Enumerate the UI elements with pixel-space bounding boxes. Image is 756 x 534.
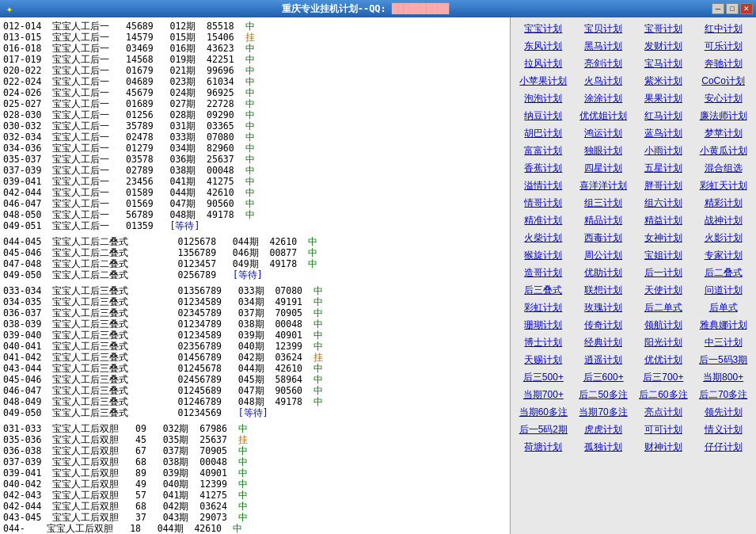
plan-button[interactable]: 问道计划 <box>693 282 753 299</box>
plan-button[interactable]: 情义计划 <box>693 421 753 438</box>
plan-button[interactable]: 亮点计划 <box>634 404 693 421</box>
plan-button[interactable]: 四星计划 <box>574 160 633 177</box>
plan-button[interactable]: 组三计划 <box>574 195 633 212</box>
plan-button[interactable]: 五星计划 <box>634 160 693 177</box>
plan-button[interactable]: 当期800+ <box>693 369 753 386</box>
plan-button[interactable]: 奔驰计划 <box>693 55 753 72</box>
plan-button[interactable]: 可可计划 <box>634 421 693 438</box>
plan-button[interactable]: 红中计划 <box>693 21 753 37</box>
plan-button[interactable]: 后二60多注 <box>634 387 693 403</box>
plan-button[interactable]: 后三500+ <box>514 369 573 386</box>
plan-button[interactable]: 梦苹计划 <box>693 125 753 142</box>
plan-button[interactable]: 财神计划 <box>634 439 693 456</box>
plan-button[interactable]: 造哥计划 <box>514 265 573 281</box>
plan-button[interactable]: 富富计划 <box>514 143 573 159</box>
minimize-button[interactable]: ─ <box>712 3 724 14</box>
plan-button[interactable]: 优助计划 <box>574 265 633 281</box>
plan-button[interactable]: 火影计划 <box>693 230 753 246</box>
plan-button[interactable]: 荷塘计划 <box>514 439 573 456</box>
plan-button[interactable]: 孤独计划 <box>574 439 633 456</box>
plan-button[interactable]: 后二叠式 <box>693 265 753 281</box>
plan-button[interactable]: 天使计划 <box>634 282 693 299</box>
plan-button[interactable]: 小雨计划 <box>634 143 693 159</box>
plan-button[interactable]: 火鸟计划 <box>574 73 633 90</box>
plan-button[interactable]: 紫米计划 <box>634 73 693 90</box>
plan-button[interactable]: 天赐计划 <box>514 352 573 368</box>
plan-button[interactable]: 女神计划 <box>634 230 693 246</box>
plan-button[interactable]: 宝宝计划 <box>514 21 573 37</box>
plan-button[interactable]: 香蕉计划 <box>514 160 573 177</box>
plan-button[interactable]: 博士计划 <box>514 334 573 351</box>
plan-button[interactable]: 专家计划 <box>693 247 753 264</box>
plan-button[interactable]: 蓝鸟计划 <box>634 125 693 142</box>
plan-button[interactable]: 周公计划 <box>574 247 633 264</box>
plan-button[interactable]: 中三计划 <box>693 334 753 351</box>
plan-button[interactable]: 混合组选 <box>693 160 753 177</box>
plan-button[interactable]: 红马计划 <box>634 108 693 124</box>
plan-button[interactable]: 宝姐计划 <box>634 247 693 264</box>
plan-button[interactable]: 小苹果计划 <box>514 73 573 90</box>
plan-button[interactable]: 后三叠式 <box>514 282 573 299</box>
plan-button[interactable]: 宝哥计划 <box>634 21 693 37</box>
plan-button[interactable]: 廉法师计划 <box>693 108 753 124</box>
plan-button[interactable]: 领先计划 <box>693 404 753 421</box>
plan-button[interactable]: 当期70多注 <box>574 404 633 421</box>
plan-button[interactable]: 后二单式 <box>634 299 693 316</box>
plan-button[interactable]: 联想计划 <box>574 282 633 299</box>
plan-button[interactable]: 泡泡计划 <box>514 90 573 107</box>
plan-button[interactable]: 后三600+ <box>574 369 633 386</box>
plan-button[interactable]: 后二70多注 <box>693 387 753 403</box>
plan-button[interactable]: 西毒计划 <box>574 230 633 246</box>
plan-button[interactable]: 火柴计划 <box>514 230 573 246</box>
plan-button[interactable]: 后一计划 <box>634 265 693 281</box>
plan-button[interactable]: CoCo计划 <box>693 73 753 90</box>
plan-button[interactable]: 涂涂计划 <box>574 90 633 107</box>
plan-button[interactable]: 后单式 <box>693 299 753 316</box>
plan-button[interactable]: 精准计划 <box>514 212 573 229</box>
plan-button[interactable]: 喜洋洋计划 <box>574 177 633 194</box>
plan-button[interactable]: 精品计划 <box>574 212 633 229</box>
plan-button[interactable]: 珊瑚计划 <box>514 317 573 334</box>
plan-button[interactable]: 精益计划 <box>634 212 693 229</box>
plan-button[interactable]: 彩虹计划 <box>514 299 573 316</box>
plan-button[interactable]: 猴旋计划 <box>514 247 573 264</box>
close-button[interactable]: ✕ <box>740 3 753 14</box>
plan-button[interactable]: 黑马计划 <box>574 38 633 55</box>
plan-button[interactable]: 组六计划 <box>634 195 693 212</box>
maximize-button[interactable]: □ <box>726 3 739 14</box>
plan-button[interactable]: 优优计划 <box>634 352 693 368</box>
plan-button[interactable]: 精彩计划 <box>693 195 753 212</box>
plan-button[interactable]: 雅典娜计划 <box>693 317 753 334</box>
plan-button[interactable]: 果果计划 <box>634 90 693 107</box>
plan-button[interactable]: 纳豆计划 <box>514 108 573 124</box>
plan-button[interactable]: 东风计划 <box>514 38 573 55</box>
plan-button[interactable]: 后一5码2期 <box>514 421 573 438</box>
plan-button[interactable]: 当期700+ <box>514 387 573 403</box>
plan-button[interactable]: 逍遥计划 <box>574 352 633 368</box>
plan-button[interactable]: 独眼计划 <box>574 143 633 159</box>
plan-button[interactable]: 后二50多注 <box>574 387 633 403</box>
plan-button[interactable]: 后三700+ <box>634 369 693 386</box>
left-scroll-area[interactable]: 012-014 宝宝人工后一 45689 012期 85518 中013-015… <box>0 17 510 534</box>
plan-button[interactable]: 玫瑰计划 <box>574 299 633 316</box>
plan-button[interactable]: 可乐计划 <box>693 38 753 55</box>
plan-button[interactable]: 鸿运计划 <box>574 125 633 142</box>
plan-button[interactable]: 情哥计划 <box>514 195 573 212</box>
plan-button[interactable]: 安心计划 <box>693 90 753 107</box>
plan-button[interactable]: 胖哥计划 <box>634 177 693 194</box>
plan-button[interactable]: 传奇计划 <box>574 317 633 334</box>
plan-button[interactable]: 胡巴计划 <box>514 125 573 142</box>
plan-button[interactable]: 仔仔计划 <box>693 439 753 456</box>
plan-button[interactable]: 发财计划 <box>634 38 693 55</box>
plan-button[interactable]: 小黄瓜计划 <box>693 143 753 159</box>
plan-button[interactable]: 亮剑计划 <box>574 55 633 72</box>
plan-button[interactable]: 经典计划 <box>574 334 633 351</box>
plan-button[interactable]: 领航计划 <box>634 317 693 334</box>
plan-button[interactable]: 溢情计划 <box>514 177 573 194</box>
plan-button[interactable]: 彩虹天计划 <box>693 177 753 194</box>
plan-button[interactable]: 宝马计划 <box>634 55 693 72</box>
plan-button[interactable]: 后一5码3期 <box>693 352 753 368</box>
plan-button[interactable]: 战神计划 <box>693 212 753 229</box>
plan-button[interactable]: 拉风计划 <box>514 55 573 72</box>
plan-button[interactable]: 优优姐计划 <box>574 108 633 124</box>
